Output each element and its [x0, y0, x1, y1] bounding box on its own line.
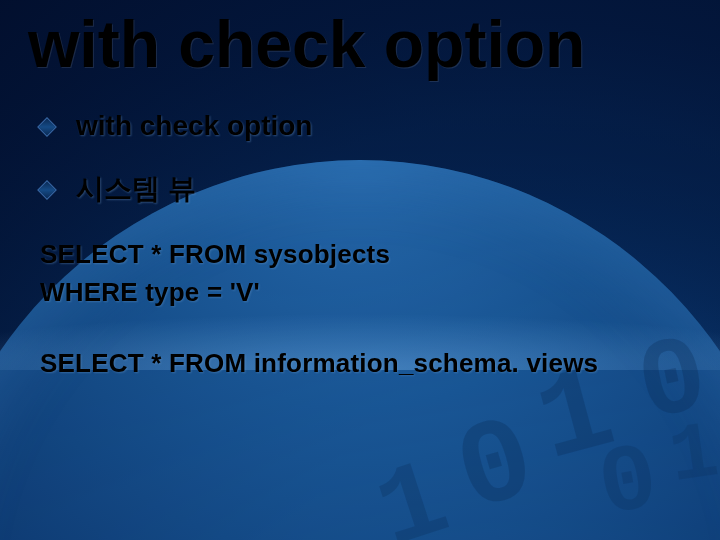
slide: 010101 with check option with check opti… [0, 0, 720, 540]
bullet-item: with check option [40, 110, 690, 142]
bullet-text: with check option [76, 110, 312, 142]
sql-paragraph: SELECT * FROM sysobjects WHERE type = 'V… [40, 236, 690, 311]
diamond-bullet-icon [37, 117, 57, 137]
slide-body: with check option 시스템 뷰 SELECT * FROM sy… [40, 110, 690, 417]
diamond-bullet-icon [37, 180, 57, 200]
bullet-item: 시스템 뷰 [40, 170, 690, 208]
slide-title: with check option [28, 6, 585, 82]
bullet-text: 시스템 뷰 [76, 170, 196, 208]
sql-paragraph: SELECT * FROM information_schema. views [40, 345, 690, 383]
